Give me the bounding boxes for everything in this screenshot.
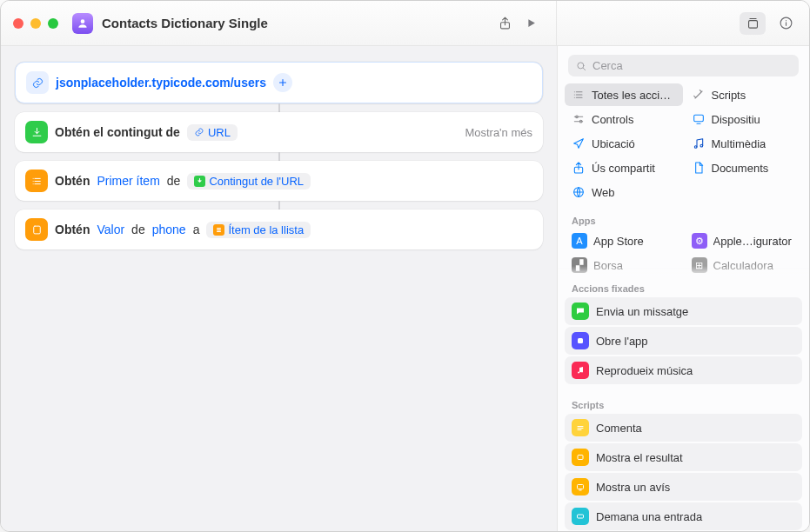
library-button[interactable] xyxy=(740,12,766,35)
window-title: Contacts Dictionary Single xyxy=(102,16,268,30)
actions-sidebar: Cerca Totes les acci… Scripts Controls xyxy=(557,46,809,531)
list-icon xyxy=(25,170,48,192)
add-url-button[interactable] xyxy=(273,73,292,92)
category-scripts[interactable]: Scripts xyxy=(685,83,803,106)
list-icon xyxy=(572,88,586,102)
appstore-icon: A xyxy=(572,233,587,249)
apps-header: Apps xyxy=(558,209,809,229)
alert-icon xyxy=(572,478,589,495)
comment-icon xyxy=(572,419,589,436)
result-icon xyxy=(572,449,589,466)
category-grid: Totes les acci… Scripts Controls Disposi… xyxy=(558,83,809,209)
wand-icon xyxy=(692,88,706,102)
first-item-token[interactable]: Primer ítem xyxy=(97,174,159,188)
search-input[interactable]: Cerca xyxy=(568,55,799,76)
svg-rect-18 xyxy=(578,515,584,518)
action-get-value[interactable]: Obtén Valor de phone a Ítem de la llista xyxy=(15,209,543,249)
dictionary-icon xyxy=(25,218,48,241)
music-icon xyxy=(572,362,589,379)
share-button[interactable] xyxy=(492,12,518,35)
sliders-icon xyxy=(572,112,586,126)
svg-rect-16 xyxy=(578,456,583,460)
url-token[interactable]: URL xyxy=(187,124,238,141)
fixed-send-message[interactable]: Envia un missatge xyxy=(565,297,802,325)
app-calculator[interactable]: ⊞ Calculadora xyxy=(685,254,803,276)
category-device[interactable]: Dispositiu xyxy=(685,108,803,130)
list-item-token[interactable]: Ítem de la llista xyxy=(206,222,311,238)
window-controls[interactable] xyxy=(13,18,58,29)
script-show-alert[interactable]: Mostra un avís xyxy=(565,473,802,501)
workflow-canvas[interactable]: jsonplaceholder.typicode.com/users Obtén… xyxy=(1,46,557,531)
connector xyxy=(278,201,280,209)
category-location[interactable]: Ubicació xyxy=(565,132,683,155)
category-all[interactable]: Totes les acci… xyxy=(565,83,683,106)
open-app-icon xyxy=(572,332,589,349)
location-icon xyxy=(572,136,586,150)
value-token[interactable]: Valor xyxy=(97,223,124,236)
download-icon xyxy=(25,121,48,143)
apps-grid: A App Store ⚙ Apple…igurator ▞ Borsa ⊞ C… xyxy=(558,229,809,276)
key-token[interactable]: phone xyxy=(152,223,186,236)
action-label: Obtén xyxy=(55,223,90,236)
calculator-icon: ⊞ xyxy=(692,257,707,273)
configurator-icon: ⚙ xyxy=(692,233,707,249)
svg-point-10 xyxy=(700,144,703,147)
close-icon[interactable] xyxy=(13,18,23,29)
device-icon xyxy=(692,112,706,126)
info-button[interactable] xyxy=(773,12,799,35)
shortcut-icon xyxy=(72,13,93,34)
category-web[interactable]: Web xyxy=(565,181,683,203)
music-icon xyxy=(692,136,706,150)
link-icon xyxy=(26,71,49,94)
category-media[interactable]: Multimèdia xyxy=(685,132,803,155)
svg-rect-17 xyxy=(578,485,584,489)
action-get-contents[interactable]: Obtén el contingut de URL Mostra'n més xyxy=(15,112,543,152)
action-label: Obtén el contingut de xyxy=(55,125,180,139)
fixed-open-app[interactable]: Obre l'app xyxy=(565,327,802,355)
script-comment[interactable]: Comenta xyxy=(565,414,802,442)
svg-point-15 xyxy=(581,371,583,373)
stocks-icon: ▞ xyxy=(572,257,587,273)
script-show-result[interactable]: Mostra el resultat xyxy=(565,443,802,471)
share-icon xyxy=(572,161,586,175)
script-ask-input[interactable]: Demana una entrada xyxy=(565,502,802,530)
svg-point-5 xyxy=(578,62,584,68)
fixed-header: Accions fixades xyxy=(558,276,809,297)
document-icon xyxy=(692,161,706,175)
svg-rect-4 xyxy=(33,226,40,234)
fixed-play-music[interactable]: Reprodueix música xyxy=(565,356,802,384)
minimize-icon[interactable] xyxy=(30,18,41,29)
scripts-list: Comenta Mostra el resultat Mostra un aví… xyxy=(558,414,809,531)
category-documents[interactable]: Documents xyxy=(685,156,803,179)
input-icon xyxy=(572,508,589,525)
svg-point-14 xyxy=(578,372,579,374)
connector xyxy=(278,152,280,161)
svg-rect-8 xyxy=(693,115,703,121)
url-value[interactable]: jsonplaceholder.typicode.com/users xyxy=(56,76,266,90)
scripts-header: Scripts xyxy=(558,393,809,414)
web-icon xyxy=(572,185,586,199)
svg-point-0 xyxy=(81,19,85,23)
run-button[interactable] xyxy=(518,12,544,35)
svg-rect-2 xyxy=(748,21,757,29)
shortcuts-window: Contacts Dictionary Single xyxy=(0,0,810,532)
category-controls[interactable]: Controls xyxy=(565,108,683,130)
app-appstore[interactable]: A App Store xyxy=(565,229,683,252)
app-borsa[interactable]: ▞ Borsa xyxy=(565,254,683,276)
search-icon xyxy=(575,60,587,72)
zoom-icon[interactable] xyxy=(48,18,58,29)
show-more-button[interactable]: Mostra'n més xyxy=(465,126,532,139)
svg-point-9 xyxy=(694,146,697,149)
category-sharing[interactable]: Ús compartit xyxy=(565,156,683,179)
action-url[interactable]: jsonplaceholder.typicode.com/users xyxy=(15,62,543,103)
action-label: Obtén xyxy=(55,174,90,188)
url-content-token[interactable]: Contingut de l'URL xyxy=(187,173,311,190)
app-configurator[interactable]: ⚙ Apple…igurator xyxy=(685,229,803,252)
fixed-actions-list: Envia un missatge Obre l'app Reprodueix … xyxy=(558,297,809,393)
connector xyxy=(278,103,280,112)
message-icon xyxy=(572,303,589,320)
action-get-item[interactable]: Obtén Primer ítem de Contingut de l'URL xyxy=(15,161,543,201)
svg-rect-13 xyxy=(578,338,583,343)
